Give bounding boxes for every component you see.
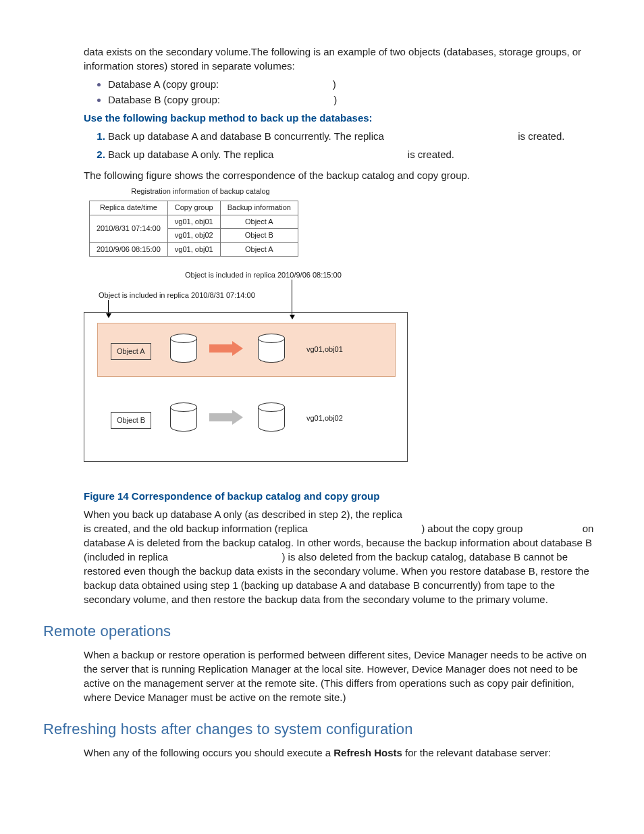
col-backup-info: Backup information xyxy=(220,201,298,215)
text: When any of the following occurs you sho… xyxy=(84,747,333,758)
cell: vg01, obj01 xyxy=(167,215,220,228)
bullet-b-close: ) xyxy=(333,94,337,105)
table-row: Replica date/time Copy group Backup info… xyxy=(90,201,298,215)
step2-a: Back up database A only. The replica xyxy=(108,149,273,160)
table-row: 2010/9/06 08:15:00 vg01, obj01 Object A xyxy=(90,242,298,256)
body-paragraph: When you back up database A only (as des… xyxy=(84,507,601,606)
diag-label-right: Object is included in replica 2010/9/06 … xyxy=(185,270,342,280)
heading-remote-operations: Remote operations xyxy=(43,621,601,642)
list-item: Database B (copy group: ) xyxy=(108,93,601,107)
cell: vg01, obj01 xyxy=(167,242,220,256)
backup-catalog-table: Replica date/time Copy group Backup info… xyxy=(89,201,298,257)
section-body: When a backup or restore operation is pe… xyxy=(84,648,601,704)
correspondence-diagram: Object is included in replica 2010/9/06 … xyxy=(84,277,408,479)
intro-paragraph: data exists on the secondary volume.The … xyxy=(84,45,601,73)
bullet-b: Database B (copy group: xyxy=(108,94,220,105)
database-icon xyxy=(170,334,197,363)
table-row: 2010/8/31 07:14:00 vg01, obj01 Object A xyxy=(90,215,298,228)
step2-b: is created. xyxy=(408,149,454,160)
cell: 2010/9/06 08:15:00 xyxy=(90,242,168,256)
database-icon xyxy=(258,402,285,432)
remote-body: When a backup or restore operation is pe… xyxy=(84,648,601,704)
bullet-a-close: ) xyxy=(333,78,336,90)
heading-refreshing-hosts: Refreshing hosts after changes to system… xyxy=(43,719,601,740)
arrow-right-icon xyxy=(209,342,246,355)
col-replica-date: Replica date/time xyxy=(90,201,168,215)
text: ) about the copy group xyxy=(421,523,522,534)
following-figure-text: The following figure shows the correspon… xyxy=(84,168,601,182)
table-wrapper: Registration information of backup catal… xyxy=(89,186,601,257)
text: for the relevant database server: xyxy=(402,747,551,758)
section-body: When any of the following occurs you sho… xyxy=(84,746,601,760)
list-item: Back up database A and database B concur… xyxy=(108,129,601,143)
backup-method-heading: Use the following backup method to back … xyxy=(84,111,601,125)
figure-caption: Figure 14 Correspondence of backup catal… xyxy=(84,489,601,503)
table-caption: Registration information of backup catal… xyxy=(89,186,312,197)
copy-group-label: vg01,obj02 xyxy=(306,413,343,423)
step1-b: is created. xyxy=(518,130,564,142)
col-copy-group: Copy group xyxy=(167,201,220,215)
cell: 2010/8/31 07:14:00 xyxy=(90,215,168,242)
db-list: Database A (copy group: ) Database B (co… xyxy=(84,77,601,107)
backup-steps: Back up database A and database B concur… xyxy=(84,129,601,161)
bullet-a: Database A (copy group: xyxy=(108,78,219,90)
diag-label-left: Object is included in replica 2010/8/31 … xyxy=(99,290,255,301)
cell: Object B xyxy=(220,229,298,242)
refresh-body: When any of the following occurs you sho… xyxy=(84,746,601,760)
cell: Object A xyxy=(220,215,298,228)
list-item: Back up database A only. The replica is … xyxy=(108,147,601,161)
arrow-right-icon xyxy=(209,411,246,424)
refresh-hosts-bold: Refresh Hosts xyxy=(333,747,402,758)
step1-a: Back up database A and database B concur… xyxy=(108,130,384,142)
database-icon xyxy=(258,334,285,363)
cell: Object A xyxy=(220,242,298,256)
page-content: data exists on the secondary volume.The … xyxy=(84,45,601,606)
text: When you back up database A only (as des… xyxy=(84,509,402,520)
object-a-label: Object A xyxy=(111,343,151,360)
object-b-label: Object B xyxy=(111,412,151,429)
database-icon xyxy=(170,402,197,432)
list-item: Database A (copy group: ) xyxy=(108,77,601,91)
cell: vg01, obj02 xyxy=(167,229,220,242)
text: is created, and the old backup informati… xyxy=(84,523,308,534)
copy-group-label: vg01,obj01 xyxy=(306,344,343,355)
